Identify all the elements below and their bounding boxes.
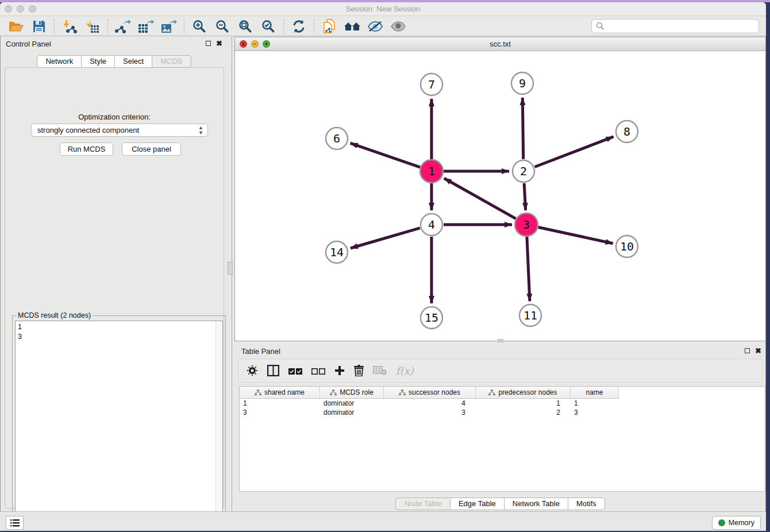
import-network-icon[interactable] <box>58 18 81 35</box>
cell-name[interactable]: 1 <box>571 399 619 408</box>
task-list-button[interactable] <box>6 516 24 530</box>
toolbar-separator <box>283 19 284 34</box>
cell-predecessor-nodes[interactable]: 2 <box>476 408 571 417</box>
select-all-checkboxes-icon[interactable] <box>288 367 302 375</box>
delete-row-trash-icon[interactable] <box>354 365 364 376</box>
close-panel-icon[interactable]: ✖ <box>216 40 222 47</box>
search-field[interactable] <box>591 19 759 33</box>
close-table-panel-icon[interactable]: ✖ <box>755 348 761 354</box>
close-window-icon[interactable] <box>5 5 12 13</box>
column-header-MCDS-role[interactable]: MCDS role <box>320 387 384 399</box>
cell-shared-name[interactable]: 3 <box>240 408 320 417</box>
tab-edge-table[interactable]: Edge Table <box>451 498 505 510</box>
show-columns-icon[interactable] <box>267 365 279 376</box>
export-network-icon[interactable] <box>111 18 134 35</box>
column-header-successor-nodes[interactable]: successor nodes <box>384 387 476 399</box>
float-panel-icon[interactable] <box>206 41 211 46</box>
delete-column-icon[interactable] <box>373 366 387 375</box>
cell-successor-nodes[interactable]: 3 <box>384 408 476 417</box>
column-header-predecessor-nodes[interactable]: predecessor nodes <box>476 387 571 399</box>
run-mcds-button[interactable]: Run MCDS <box>60 142 113 156</box>
result-line: 1 <box>18 322 222 332</box>
network-maximize-icon[interactable]: + <box>263 40 270 48</box>
tab-node-table[interactable]: Node Table <box>395 498 451 510</box>
mcds-result-text[interactable]: 13 <box>15 321 223 531</box>
cell-MCDS-role[interactable]: dominator <box>320 408 384 417</box>
toolbar-separator <box>107 19 108 34</box>
graph-node-9[interactable]: 9 <box>511 72 533 94</box>
sort-hierarchy-icon <box>488 390 495 396</box>
import-table-icon[interactable] <box>81 18 104 35</box>
column-header-name[interactable]: name <box>571 387 619 399</box>
graph-node-6[interactable]: 6 <box>326 128 348 149</box>
graph-node-1[interactable]: 1 <box>420 160 443 183</box>
export-image-icon[interactable] <box>157 18 180 35</box>
zoom-in-icon[interactable] <box>188 18 211 35</box>
zoom-out-icon[interactable] <box>211 18 234 35</box>
cell-shared-name[interactable]: 1 <box>240 399 320 408</box>
tab-select[interactable]: Select <box>115 55 152 68</box>
table-settings-gear-icon[interactable] <box>247 365 258 376</box>
graph-node-2[interactable]: 2 <box>513 160 534 182</box>
graph-edge-3-1[interactable] <box>444 178 516 218</box>
network-canvas[interactable]: 7968124314101511 <box>235 51 765 341</box>
maximize-window-icon[interactable] <box>29 5 36 13</box>
node-table[interactable]: shared nameMCDS rolesuccessor nodesprede… <box>239 386 765 492</box>
graph-edge-3-11[interactable] <box>527 237 530 301</box>
graph-edge-2-9[interactable] <box>522 98 523 159</box>
criterion-dropdown[interactable]: strongly connected component ▲▼ <box>31 124 208 137</box>
graph-edge-1-6[interactable] <box>351 143 421 167</box>
table-row[interactable]: 1dominator411 <box>240 399 765 408</box>
graph-node-11[interactable]: 11 <box>519 304 541 326</box>
column-header-shared-name[interactable]: shared name <box>240 387 320 399</box>
function-builder-fx-icon[interactable]: f(x) <box>396 365 414 377</box>
graph-node-15[interactable]: 15 <box>421 307 442 329</box>
network-minimize-icon[interactable]: – <box>251 40 259 48</box>
graph-edge-2-3[interactable] <box>524 183 526 210</box>
cell-MCDS-role[interactable]: dominator <box>320 399 384 408</box>
new-network-from-selection-icon[interactable] <box>318 18 341 35</box>
table-toolbar: f(x) <box>238 358 763 383</box>
graph-node-10[interactable]: 10 <box>616 236 638 257</box>
graph-edge-4-14[interactable] <box>351 228 420 248</box>
tab-mcds[interactable]: MCDS <box>152 55 191 68</box>
cell-name[interactable]: 3 <box>571 408 619 417</box>
tab-style[interactable]: Style <box>82 55 115 68</box>
table-row[interactable]: 3dominator323 <box>240 408 765 417</box>
save-session-icon[interactable] <box>28 18 51 35</box>
graph-edge-2-8[interactable] <box>535 137 614 167</box>
graph-node-8[interactable]: 8 <box>616 121 638 142</box>
refresh-icon[interactable] <box>287 18 310 35</box>
result-scrollbar[interactable] <box>215 321 222 531</box>
graph-edge-3-10[interactable] <box>538 227 613 243</box>
float-table-panel-icon[interactable] <box>745 348 750 353</box>
svg-text:2: 2 <box>520 164 527 178</box>
svg-text:4: 4 <box>428 218 435 232</box>
zoom-fit-icon[interactable] <box>234 18 257 35</box>
column-header-label: shared name <box>264 388 305 396</box>
graph-node-3[interactable]: 3 <box>515 213 538 236</box>
tab-motifs[interactable]: Motifs <box>568 498 605 510</box>
show-all-icon[interactable] <box>387 18 410 35</box>
memory-button[interactable]: Memory <box>712 516 761 530</box>
tab-network[interactable]: Network <box>37 55 82 68</box>
close-panel-button[interactable]: Close panel <box>122 142 181 156</box>
tab-network-table[interactable]: Network Table <box>505 498 568 510</box>
add-row-icon[interactable] <box>334 365 345 376</box>
minimize-window-icon[interactable] <box>17 5 24 13</box>
first-neighbors-icon[interactable] <box>341 18 364 35</box>
cell-successor-nodes[interactable]: 4 <box>384 399 476 408</box>
panel-divider-handle[interactable] <box>228 262 233 275</box>
graph-node-4[interactable]: 4 <box>421 214 442 236</box>
horizontal-splitter-handle[interactable] <box>498 339 503 342</box>
hide-selected-icon[interactable] <box>364 18 387 35</box>
export-table-icon[interactable] <box>134 18 157 35</box>
zoom-selected-icon[interactable] <box>257 18 280 35</box>
cell-predecessor-nodes[interactable]: 1 <box>476 399 571 408</box>
search-input[interactable] <box>605 21 759 32</box>
graph-node-14[interactable]: 14 <box>326 241 348 263</box>
network-close-icon[interactable]: x <box>240 40 247 48</box>
graph-node-7[interactable]: 7 <box>421 74 442 95</box>
open-session-icon[interactable] <box>5 18 28 35</box>
deselect-all-checkboxes-icon[interactable] <box>311 367 325 375</box>
